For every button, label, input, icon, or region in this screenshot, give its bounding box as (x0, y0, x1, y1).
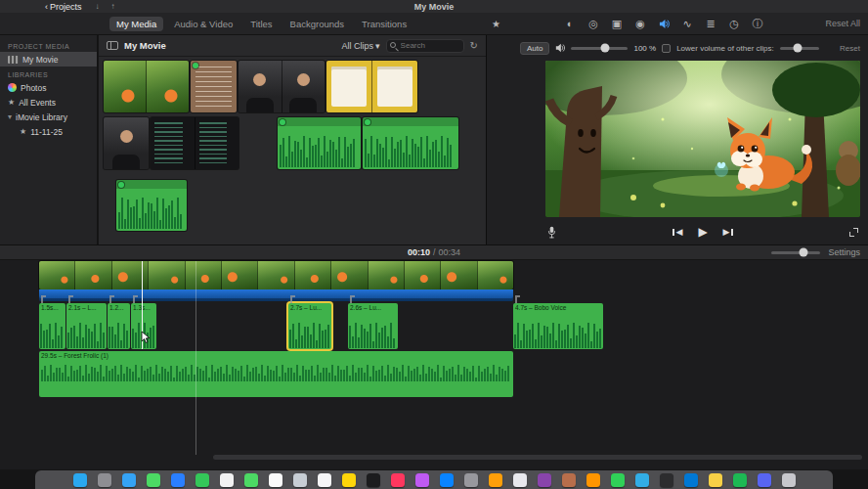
media-thumb-person[interactable] (104, 117, 149, 169)
lower-volume-slider[interactable] (780, 47, 819, 50)
search-icon (390, 42, 396, 48)
dock-app-28-icon[interactable] (733, 473, 747, 487)
dock-app-2-icon[interactable] (98, 473, 111, 487)
timeline-audio-clip[interactable]: 2.1s – L... (66, 303, 107, 349)
dock-app-1-icon[interactable] (73, 473, 87, 487)
previous-frame-button[interactable]: ◀ (673, 227, 682, 237)
microphone-icon[interactable] (547, 226, 556, 239)
volume-slider[interactable] (571, 47, 628, 50)
dock-app-19-icon[interactable] (513, 473, 527, 487)
play-button[interactable]: ▶ (698, 225, 707, 239)
crop-icon[interactable]: ▣ (609, 16, 625, 31)
media-thumb-audio[interactable] (116, 180, 187, 231)
dock-app-4-icon[interactable] (147, 473, 160, 487)
tab-my-media[interactable]: My Media (109, 17, 163, 31)
volume-slider-knob[interactable] (601, 44, 610, 53)
dock-app-25-icon[interactable] (660, 473, 673, 487)
dock-app-5-icon[interactable] (171, 473, 185, 487)
lower-volume-checkbox[interactable] (662, 44, 671, 53)
horizontal-scrollbar[interactable] (213, 455, 862, 460)
auto-volume-button[interactable]: Auto (520, 42, 549, 55)
speaker-icon[interactable] (555, 43, 565, 53)
media-thumb-audio[interactable] (278, 117, 361, 169)
sidebar-item-photos[interactable]: Photos (0, 80, 97, 95)
dock-app-17-icon[interactable] (464, 473, 478, 487)
sidebar-item-my-movie[interactable]: My Movie (0, 52, 97, 67)
tab-titles[interactable]: Titles (243, 17, 279, 31)
dock-app-15-icon[interactable] (415, 473, 429, 487)
timeline-audio-clip[interactable]: 4.7s – Bobo Voice (513, 303, 603, 349)
clip-info-icon[interactable]: ⓘ (750, 16, 765, 31)
dock-app-27-icon[interactable] (709, 473, 722, 487)
dock-app-10-icon[interactable] (293, 473, 307, 487)
equalizer-icon[interactable]: ≣ (703, 16, 718, 31)
reset-button[interactable]: Reset (840, 44, 860, 53)
settings-button[interactable]: Settings (828, 247, 860, 257)
speed-icon[interactable]: ◷ (726, 16, 742, 31)
timeline-zoom-knob[interactable] (799, 248, 807, 257)
timeline-audio-clip[interactable]: 2.7s – Lu... (288, 303, 331, 349)
media-thumb-audio[interactable] (363, 117, 458, 169)
color-correction-icon[interactable]: ◎ (586, 16, 601, 31)
tab-backgrounds[interactable]: Backgrounds (283, 17, 351, 31)
dock-app-16-icon[interactable] (440, 473, 454, 487)
dock-app-7-icon[interactable] (220, 473, 234, 487)
back-to-projects-button[interactable]: ‹ Projects (45, 2, 82, 12)
dock-app-3-icon[interactable] (122, 473, 136, 487)
timeline-audio-clip[interactable]: 2.6s – Lu... (348, 303, 398, 349)
share-icon[interactable]: ↑ (111, 2, 115, 11)
timeline-music-clip[interactable]: 29.5s – Forest Frolic (1) (39, 351, 513, 397)
dock-app-22-icon[interactable] (586, 473, 600, 487)
playback-controls: ◀ ▶ ▶ (545, 221, 860, 243)
media-badge (193, 63, 198, 68)
video-strip[interactable] (39, 261, 513, 289)
dock-app-26-icon[interactable] (684, 473, 698, 487)
timeline-audio-clip[interactable]: 1.2... (108, 303, 130, 349)
next-frame-button[interactable]: ▶ (723, 227, 733, 237)
refresh-icon[interactable]: ↻ (470, 40, 478, 51)
chevron-left-icon: ‹ (45, 2, 48, 12)
enhance-wand-icon[interactable]: ★ (492, 19, 500, 29)
timeline-zoom-slider[interactable] (771, 251, 820, 254)
dock-app-30-icon[interactable] (782, 473, 796, 487)
volume-icon[interactable] (656, 16, 672, 31)
import-icon[interactable]: ↓ (96, 2, 100, 11)
dock-app-24-icon[interactable] (635, 473, 649, 487)
dock-app-9-icon[interactable] (269, 473, 282, 487)
dock-app-21-icon[interactable] (562, 473, 576, 487)
film-frame (221, 261, 257, 289)
fullscreen-icon[interactable] (849, 228, 858, 237)
tab-transitions[interactable]: Transitions (355, 17, 413, 31)
dock-app-14-icon[interactable] (391, 473, 405, 487)
dock-app-11-icon[interactable] (318, 473, 331, 487)
dock-app-12-icon[interactable] (342, 473, 356, 487)
dock-app-18-icon[interactable] (489, 473, 502, 487)
media-thumb-person[interactable] (239, 61, 325, 112)
tab-audio-video[interactable]: Audio & Video (167, 17, 239, 31)
noise-reduction-icon[interactable]: ∿ (679, 16, 695, 31)
projects-label: Projects (50, 2, 82, 12)
sidebar-item-imovie-library[interactable]: ▾iMovie Library (0, 110, 97, 124)
color-balance-icon[interactable]: ◐ (562, 16, 578, 31)
stabilization-icon[interactable]: ◉ (632, 16, 648, 31)
sidebar-item-11-11-25[interactable]: ★11-11-25 (0, 124, 97, 139)
media-thumb-code[interactable] (151, 117, 239, 169)
reset-all-button[interactable]: Reset All (825, 19, 860, 28)
clip-filter-dropdown[interactable]: All Clips ▾ (342, 41, 380, 51)
timeline-audio-clip[interactable]: 1.5s... (39, 303, 65, 349)
dock-app-13-icon[interactable] (367, 473, 380, 487)
film-frame (404, 261, 440, 289)
dock-app-23-icon[interactable] (611, 473, 625, 487)
media-thumb-forest[interactable] (104, 61, 189, 112)
dock-app-8-icon[interactable] (244, 473, 258, 487)
dock-app-29-icon[interactable] (758, 473, 771, 487)
lower-volume-knob[interactable] (793, 44, 802, 53)
sidebar-toggle-icon[interactable] (107, 41, 118, 50)
dock-app-6-icon[interactable] (195, 473, 209, 487)
media-thumb-slides[interactable] (326, 61, 417, 112)
sidebar-item-all-events[interactable]: ★All Events (0, 95, 97, 110)
dock (35, 470, 833, 489)
waveform (118, 198, 185, 229)
media-thumb-notes[interactable] (191, 61, 237, 112)
dock-app-20-icon[interactable] (538, 473, 551, 487)
